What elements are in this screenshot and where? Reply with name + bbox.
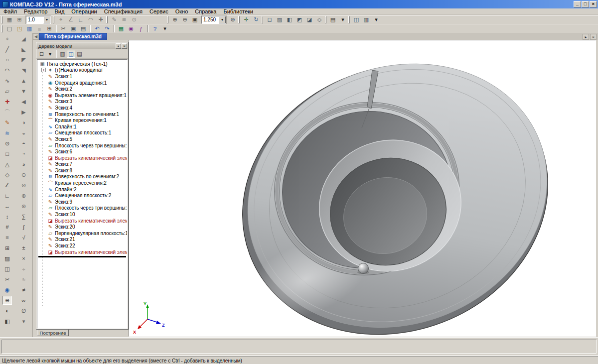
panel-tool-icon-c1-r17[interactable]: ∑ — [19, 212, 28, 221]
redo-icon[interactable]: ↷ — [102, 24, 112, 33]
tree-item-6[interactable]: ≋Поверхность по сечениям:1 — [37, 111, 127, 118]
panel-tool-icon-c1-r24[interactable]: ≠ — [19, 285, 28, 294]
panel-tool-icon-c0-r2[interactable]: ○ — [2, 55, 12, 64]
edit-mode-icon[interactable]: ✎ — [109, 15, 119, 24]
snap-grid-icon[interactable]: ▦ — [4, 15, 14, 24]
panel-tool-icon-c0-r11[interactable]: □ — [2, 149, 12, 158]
minimize-button[interactable]: _ — [574, 1, 581, 7]
document-close-button[interactable]: × — [590, 34, 597, 40]
panel-tool-icon-c1-r7[interactable]: ▶ — [19, 108, 28, 117]
save-icon[interactable]: ▥ — [24, 24, 34, 33]
fx-icon[interactable]: ƒ — [136, 24, 146, 33]
tree-item-27[interactable]: ✎Эскиз:22 — [37, 243, 127, 249]
state-handle-15[interactable] — [167, 16, 168, 23]
tree-item-1[interactable]: ◉Операция вращения:1 — [37, 80, 127, 86]
state-handle-21[interactable] — [238, 16, 240, 23]
tree-root[interactable]: ▣Пята сферическая (Тел-1) — [37, 61, 127, 67]
tree-item-20[interactable]: ✎Эскиз:9 — [37, 199, 127, 205]
tree-item-19[interactable]: ▱Смещенная плоскость:2 — [37, 192, 127, 199]
panel-tool-icon-c1-r6[interactable]: ◀ — [19, 97, 28, 106]
panel-tool-icon-c0-r7[interactable]: ⌒ — [2, 108, 12, 117]
tab-build[interactable]: Построение — [37, 330, 69, 336]
panel-tool-icon-c0-r6[interactable]: ✚ — [2, 97, 12, 106]
simplify-view-icon[interactable]: ▥ — [361, 15, 371, 24]
tree-item-13[interactable]: ◪Вырезать кинематический элемент:1 — [37, 155, 127, 161]
wireframe-mode-icon[interactable]: ◻ — [265, 15, 275, 24]
menu-item-7[interactable]: Справка — [191, 8, 220, 15]
menu-item-0[interactable]: Файл — [0, 8, 20, 15]
tree-item-23[interactable]: ◪Вырезать кинематический элемент:2 — [37, 218, 127, 224]
tree-restore-button[interactable]: ▪ — [116, 43, 121, 49]
tree-item-21[interactable]: ▱Плоскость через три вершины:2 — [37, 205, 127, 212]
panel-tool-icon-c0-r12[interactable]: △ — [2, 160, 12, 169]
tree-item-26[interactable]: ✎Эскиз:21 — [37, 237, 127, 243]
panel-tool-icon-c1-r27[interactable]: ▾ — [19, 317, 28, 326]
panel-tool-icon-c1-r23[interactable]: ≈ — [19, 275, 28, 284]
tree-rollback-bar[interactable] — [38, 256, 126, 257]
variables-icon[interactable]: ◉ — [126, 24, 136, 33]
state-handle-34[interactable] — [348, 16, 350, 23]
panel-tool-icon-c1-r14[interactable]: ⊘ — [19, 181, 28, 190]
menu-item-3[interactable]: Операции — [68, 8, 100, 15]
orientation-dropdown-icon[interactable]: ▾ — [338, 15, 348, 24]
open-document-icon[interactable]: ◳ — [14, 24, 24, 33]
menu-item-8[interactable]: Библиотеки — [220, 8, 257, 15]
panel-tool-icon-c0-r19[interactable]: ≡ — [2, 233, 12, 242]
maximize-button[interactable]: □ — [582, 1, 589, 7]
scale-combo[interactable]: 1.250▾ — [201, 16, 226, 24]
tree-item-14[interactable]: ✎Эскиз:7 — [37, 161, 127, 168]
tree-origin[interactable]: +⌖(т)Начало координат — [37, 67, 127, 74]
zoom-out-icon[interactable]: ⊖ — [180, 15, 190, 24]
panel-tool-icon-c0-r0[interactable]: ⌖ — [2, 34, 12, 43]
panel-tool-icon-c1-r8[interactable]: ◑ — [19, 118, 28, 127]
panel-tool-icon-c0-r14[interactable]: ∠ — [2, 181, 12, 190]
tree-sections-icon[interactable]: ▥ — [58, 50, 67, 58]
close-button[interactable]: × — [590, 1, 597, 7]
local-csys-icon[interactable]: ⌖ — [56, 15, 66, 24]
panel-tool-icon-c0-r9[interactable]: ≋ — [2, 128, 12, 137]
panel-tool-icon-c0-r17[interactable]: ↕ — [2, 212, 12, 221]
tree-item-3[interactable]: ◉Вырезать элемент вращения:1 — [37, 92, 127, 99]
angle-snap-icon[interactable]: ∠ — [66, 15, 76, 24]
standard-handle-0[interactable] — [1, 25, 3, 32]
print-icon[interactable]: ≡ — [34, 24, 44, 33]
menu-item-6[interactable]: Окно — [172, 8, 192, 15]
tab-scroll-right-button[interactable]: ▸ — [583, 34, 589, 40]
point-snap-icon[interactable]: ✚ — [96, 15, 106, 24]
zoom-all-icon[interactable]: ⊚ — [228, 15, 238, 24]
tab-scroll-left-button[interactable]: ◀ — [33, 33, 39, 40]
tree-item-7[interactable]: ⌒Кривая пересечения:1 — [37, 117, 127, 123]
cursor-step-combo[interactable]: 1.0▾ — [26, 16, 51, 24]
panel-tool-icon-c1-r5[interactable]: ▼ — [19, 87, 28, 96]
copy-icon[interactable]: ▣ — [68, 24, 78, 33]
state-handle-0[interactable] — [1, 16, 3, 23]
document-tab[interactable]: Пята сферическая.m3d — [39, 33, 107, 40]
panel-tool-icon-c1-r13[interactable]: ⊖ — [19, 170, 28, 179]
cut-icon[interactable]: ✂ — [58, 24, 68, 33]
panel-tool-icon-c0-r4[interactable]: ∿ — [2, 76, 12, 85]
arc-snap-icon[interactable]: ◠ — [86, 15, 96, 24]
shaded-edges-mode-icon[interactable]: ◪ — [304, 15, 314, 24]
tree-item-12[interactable]: ✎Эскиз:6 — [37, 148, 127, 155]
state-handle-10[interactable] — [106, 16, 108, 23]
panel-tool-icon-c1-r0[interactable]: ◢ — [19, 34, 28, 43]
tree-item-2[interactable]: ✎Эскиз:2 — [37, 86, 127, 92]
tree-structure-dropdown-icon[interactable]: ▾ — [46, 50, 54, 58]
rotate-view-icon[interactable]: ↻ — [251, 15, 261, 24]
tree-structure-icon[interactable]: ⊟ — [37, 50, 46, 58]
panel-tool-icon-c0-r5[interactable]: ▱ — [2, 87, 12, 96]
panel-tool-icon-c1-r22[interactable]: ÷ — [19, 264, 28, 273]
panel-tool-icon-c0-r22[interactable]: ◫ — [2, 264, 12, 273]
tree-item-5[interactable]: ✎Эскиз:4 — [37, 105, 127, 111]
panel-tool-icon-c1-r3[interactable]: ◥ — [19, 66, 28, 75]
menu-item-4[interactable]: Спецификация — [101, 8, 146, 15]
hidden-lines-mode-icon[interactable]: ▨ — [275, 15, 285, 24]
undo-icon[interactable]: ↶ — [92, 24, 102, 33]
tree-relations-icon[interactable]: ▤ — [75, 50, 84, 58]
menu-item-5[interactable]: Сервис — [146, 8, 172, 15]
menu-item-1[interactable]: Редактор — [20, 8, 51, 15]
perspective-icon[interactable]: ◇ — [314, 15, 324, 24]
cursor-step-combo-arrow-icon[interactable]: ▾ — [43, 16, 50, 23]
panel-tool-icon-c1-r9[interactable]: ◒ — [19, 128, 28, 137]
panel-tool-icon-c1-r2[interactable]: ◤ — [19, 55, 28, 64]
